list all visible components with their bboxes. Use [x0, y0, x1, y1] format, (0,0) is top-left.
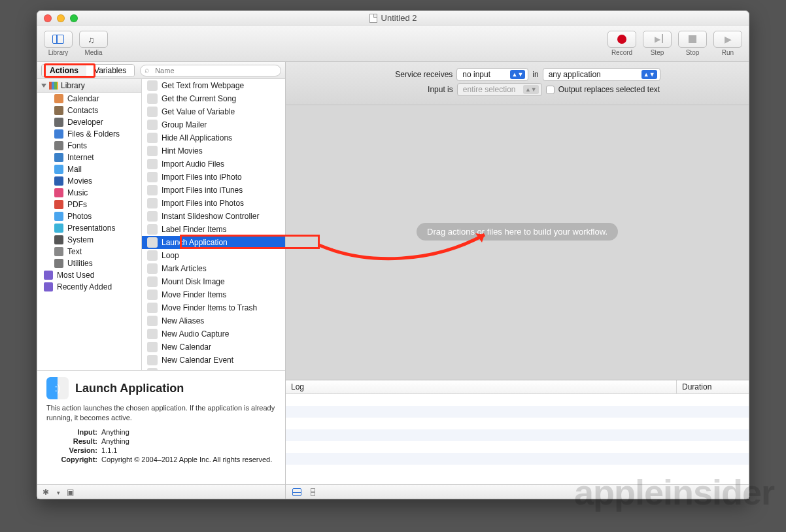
action-list-item[interactable]: Move Finder Items — [142, 288, 285, 301]
library-root-row[interactable]: Library — [37, 79, 141, 93]
log-column-duration[interactable]: Duration — [677, 380, 749, 393]
tab-actions[interactable]: Actions — [42, 65, 86, 76]
output-replaces-checkbox[interactable] — [546, 86, 555, 94]
info-version-key: Version: — [46, 446, 97, 454]
library-category-tree[interactable]: Library CalendarContactsDeveloperFiles &… — [37, 79, 142, 370]
action-item-label: New Calendar Event — [162, 356, 233, 365]
action-item-label: Mount Disk Image — [162, 277, 225, 286]
library-category-item[interactable]: Internet — [37, 152, 141, 163]
action-list-item[interactable]: Label Finder Items — [142, 223, 285, 236]
library-category-label: Music — [67, 188, 88, 197]
library-category-item[interactable]: Fonts — [37, 140, 141, 152]
photos-icon — [147, 198, 158, 208]
action-list-item[interactable]: Get the Current Song — [142, 92, 285, 105]
record-icon — [617, 35, 626, 44]
library-category-item[interactable]: Contacts — [37, 105, 141, 116]
library-category-item[interactable]: Mail — [37, 163, 141, 175]
action-list-item[interactable]: Loop — [142, 249, 285, 262]
action-list-item[interactable]: New Aliases — [142, 314, 285, 327]
record-button[interactable] — [607, 31, 636, 48]
finder-icon — [147, 211, 158, 222]
search-input[interactable] — [140, 65, 281, 76]
action-list-item[interactable]: Import Files into iTunes — [142, 184, 285, 197]
library-category-item[interactable]: Developer — [37, 116, 141, 128]
action-list-item[interactable]: New Calendar — [142, 341, 285, 354]
disclosure-triangle-icon — [41, 84, 46, 88]
close-window-button[interactable] — [44, 14, 52, 22]
action-list-item[interactable]: Get Text from Webpage — [142, 79, 285, 92]
action-list-item[interactable]: Mark Articles — [142, 262, 285, 275]
action-list-item[interactable]: New Disk Image — [142, 367, 285, 370]
action-list-item[interactable]: Mount Disk Image — [142, 275, 285, 288]
view-mode-list-button[interactable] — [311, 488, 320, 496]
safari-icon — [147, 80, 158, 91]
minimize-window-button[interactable] — [57, 14, 65, 22]
action-list-item[interactable]: Hide All Applications — [142, 131, 285, 144]
window-title: Untitled 2 — [381, 13, 417, 23]
stop-button[interactable] — [678, 31, 707, 48]
service-in-popup[interactable]: any application ▲▼ — [543, 68, 660, 81]
action-list-item[interactable]: Import Audio Files — [142, 158, 285, 171]
finder-icon — [147, 316, 158, 326]
action-list-item[interactable]: Get Value of Variable — [142, 105, 285, 118]
popup-arrow-icon: ▲▼ — [641, 70, 657, 79]
run-button[interactable] — [713, 31, 742, 48]
action-item-label: Import Files into iTunes — [162, 186, 243, 195]
toggle-description-button[interactable] — [67, 488, 74, 497]
library-category-item[interactable]: System — [37, 234, 141, 246]
library-category-item[interactable]: PDFs — [37, 199, 141, 210]
workflow-dropzone[interactable]: Drag actions or files here to build your… — [286, 105, 749, 380]
library-category-item[interactable]: Utilities — [37, 258, 141, 269]
library-category-label: Files & Folders — [67, 129, 120, 139]
info-input-key: Input: — [46, 428, 97, 436]
library-category-label: Photos — [67, 212, 92, 221]
action-list-item[interactable]: Move Finder Items to Trash — [142, 301, 285, 314]
library-category-item[interactable]: Movies — [37, 175, 141, 187]
play-icon — [725, 34, 732, 44]
mail-icon — [147, 120, 158, 130]
step-button[interactable] — [643, 31, 672, 48]
library-category-item[interactable]: Presentations — [37, 222, 141, 234]
action-item-label: Get Value of Variable — [162, 107, 235, 116]
library-category-item[interactable]: Text — [37, 246, 141, 258]
library-smart-item[interactable]: Most Used — [37, 269, 141, 281]
library-category-item[interactable]: Photos — [37, 210, 141, 222]
library-category-item[interactable]: Calendar — [37, 93, 141, 105]
info-result-key: Result: — [46, 437, 97, 445]
action-item-label: Get Text from Webpage — [162, 81, 244, 90]
gear-menu-button[interactable] — [43, 488, 49, 497]
action-list-item[interactable]: Launch Application — [142, 236, 285, 249]
log-column-log[interactable]: Log — [286, 380, 677, 393]
system-icon — [54, 235, 63, 244]
finder-icon — [147, 368, 158, 370]
media-button[interactable] — [79, 31, 108, 48]
action-list-item[interactable]: New Calendar Event — [142, 354, 285, 367]
action-list-item[interactable]: Hint Movies — [142, 144, 285, 158]
zoom-window-button[interactable] — [70, 14, 78, 22]
view-mode-workflow-button[interactable] — [292, 488, 301, 496]
service-receives-popup[interactable]: no input ▲▼ — [456, 68, 528, 81]
log-rows[interactable] — [286, 394, 749, 484]
library-category-label: Calendar — [67, 94, 99, 103]
library-category-label: Movies — [67, 176, 92, 186]
action-list-item[interactable]: Import Files into iPhoto — [142, 171, 285, 184]
in-label: in — [532, 70, 538, 79]
action-item-label: New Disk Image — [162, 369, 218, 370]
library-category-item[interactable]: Files & Folders — [37, 128, 141, 140]
library-category-item[interactable]: Music — [37, 187, 141, 199]
tab-variables[interactable]: Variables — [86, 65, 134, 76]
library-toggle-button[interactable] — [44, 31, 73, 48]
action-info-pane: Launch Application This action launches … — [37, 370, 285, 484]
finder-app-icon — [46, 377, 69, 399]
action-list-item[interactable]: Group Mailer — [142, 118, 285, 131]
actions-list[interactable]: Get Text from WebpageGet the Current Son… — [142, 79, 285, 370]
action-list-item[interactable]: Instant Slideshow Controller — [142, 210, 285, 223]
action-list-item[interactable]: New Audio Capture — [142, 327, 285, 341]
service-options-header: Service receives no input ▲▼ in any appl… — [286, 62, 749, 105]
info-input-value: Anything — [101, 428, 276, 436]
library-smart-item[interactable]: Recently Added — [37, 281, 141, 293]
content-area: Actions Variables Library CalendarContac… — [37, 62, 749, 499]
action-item-label: Loop — [162, 251, 179, 260]
action-list-item[interactable]: Import Files into Photos — [142, 197, 285, 210]
titlebar[interactable]: Untitled 2 — [37, 11, 749, 25]
